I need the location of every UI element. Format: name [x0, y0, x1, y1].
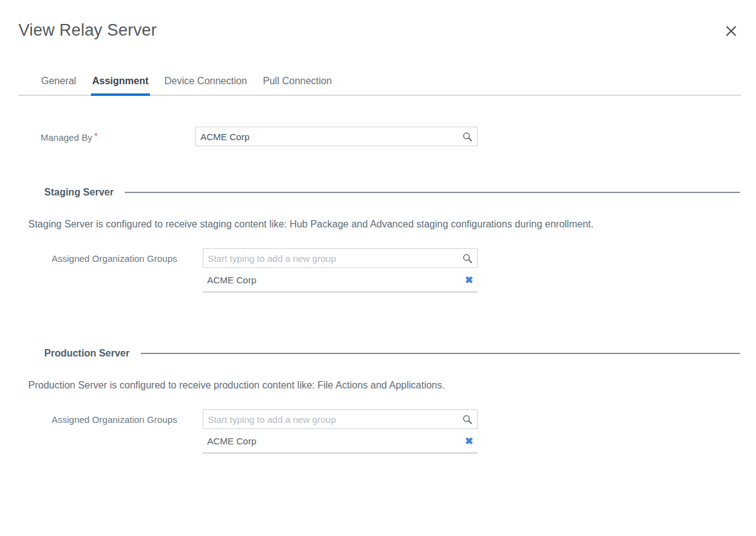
production-assigned-groups-row: Assigned Organization Groups ACME Corp ✖: [52, 409, 756, 454]
production-groups-label: Assigned Organization Groups: [52, 409, 203, 425]
section-divider: [141, 353, 740, 354]
remove-group-icon[interactable]: ✖: [465, 436, 473, 446]
staging-group-search-input[interactable]: [203, 249, 477, 267]
tab-assignment[interactable]: Assignment: [91, 76, 150, 95]
close-icon: [725, 30, 738, 39]
managed-by-label-text: Managed By: [41, 132, 92, 143]
production-assigned-group-name: ACME Corp: [207, 436, 256, 446]
production-group-search-input[interactable]: [203, 410, 477, 428]
staging-groups-column: ACME Corp ✖: [203, 248, 478, 293]
production-section-description: Production Server is configured to recei…: [28, 380, 738, 391]
production-assigned-group-row: ACME Corp ✖: [203, 429, 478, 454]
managed-by-input-wrap: [195, 127, 478, 146]
managed-by-input[interactable]: [196, 127, 477, 146]
staging-assigned-groups-row: Assigned Organization Groups ACME Corp ✖: [52, 248, 756, 293]
staging-server-section: Staging Server Staging Server is configu…: [0, 187, 756, 293]
production-groups-column: ACME Corp ✖: [203, 409, 478, 454]
close-button[interactable]: [722, 21, 740, 41]
remove-group-icon[interactable]: ✖: [465, 275, 473, 285]
managed-by-row: Managed By*: [41, 127, 756, 146]
production-section-header: Production Server: [44, 348, 740, 359]
search-icon[interactable]: [462, 132, 473, 142]
tab-bar: General Assignment Device Connection Pul…: [18, 76, 741, 96]
staging-section-header: Staging Server: [44, 187, 740, 198]
search-icon[interactable]: [462, 414, 473, 425]
view-relay-server-modal: View Relay Server General Assignment Dev…: [0, 0, 756, 536]
tab-general[interactable]: General: [40, 76, 77, 95]
staging-group-input-wrap: [203, 248, 478, 268]
page-title: View Relay Server: [18, 21, 157, 40]
required-marker: *: [94, 130, 98, 141]
production-server-section: Production Server Production Server is c…: [0, 348, 756, 454]
tab-pull-connection[interactable]: Pull Connection: [262, 76, 333, 95]
staging-assigned-group-name: ACME Corp: [207, 275, 256, 285]
production-group-input-wrap: [203, 409, 478, 429]
staging-section-title: Staging Server: [44, 187, 114, 198]
section-divider: [125, 192, 740, 193]
managed-by-label: Managed By*: [41, 130, 195, 143]
staging-groups-label: Assigned Organization Groups: [52, 248, 203, 264]
production-section-title: Production Server: [44, 348, 130, 359]
modal-header: View Relay Server: [0, 0, 756, 41]
staging-assigned-group-row: ACME Corp ✖: [203, 268, 478, 293]
search-icon[interactable]: [462, 253, 473, 264]
tab-device-connection[interactable]: Device Connection: [163, 76, 248, 95]
staging-section-description: Staging Server is configured to receive …: [28, 219, 738, 230]
